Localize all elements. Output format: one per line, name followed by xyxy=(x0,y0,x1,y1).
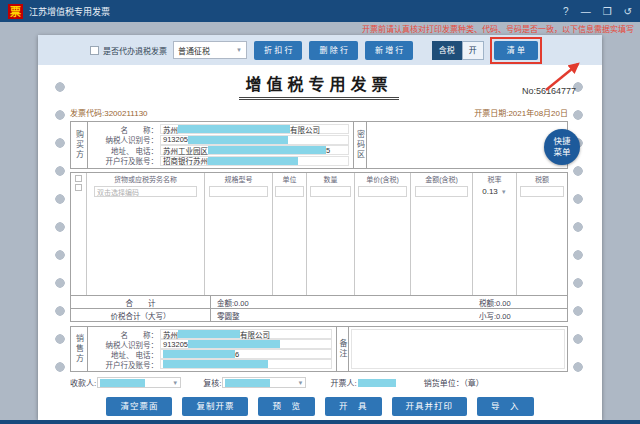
main-panel: 是否代办退税发票 普通征税 ▼ 折 扣 行 删 除 行 新 增 行 含税 开 清… xyxy=(38,35,602,420)
title-bar: 票 江苏增值税专用发票 ? — ❐ ↺ xyxy=(0,0,640,22)
redacted-value xyxy=(163,350,235,358)
column-header: 规格型号 xyxy=(225,173,253,185)
redacted-value xyxy=(208,146,326,154)
invoice-number: No:56164777 xyxy=(522,86,576,96)
action-bar: 清空票面 复制开票 预 览 开 具 开具并打印 导 入 xyxy=(38,393,602,420)
tax-included-label: 含税 xyxy=(432,41,462,60)
seller-taxid-field[interactable]: 913205 xyxy=(160,339,332,349)
seller-taxid-prefix: 913205 xyxy=(163,340,188,349)
refund-checkbox-label: 是否代办退税发票 xyxy=(103,45,167,56)
seller-address-suffix: 6 xyxy=(235,350,239,359)
issue-button[interactable]: 开 具 xyxy=(325,397,382,416)
issue-and-print-button[interactable]: 开具并打印 xyxy=(392,397,468,416)
buyer-name-prefix: 苏州 xyxy=(163,124,178,135)
payee-select[interactable]: ▼ xyxy=(97,377,181,388)
buyer-bank-field[interactable]: 招商银行苏州 xyxy=(160,156,349,166)
tax-included-state: 开 xyxy=(462,41,484,60)
buyer-address-field[interactable]: 苏州工业园区 5 xyxy=(160,145,349,155)
item-name-input[interactable]: 双击选择编码 xyxy=(94,186,197,197)
grand-total-label: 价税合计（大写） xyxy=(71,309,211,321)
buyer-address-label: 地址、 电话： xyxy=(92,145,158,156)
tractor-holes-right xyxy=(572,79,584,389)
clear-invoice-button[interactable]: 清空票面 xyxy=(106,397,172,416)
buyer-name-field[interactable]: 苏州 有限公司 xyxy=(160,124,349,134)
redacted-value xyxy=(208,157,298,165)
refund-checkbox[interactable] xyxy=(90,46,99,55)
row-checkbox[interactable] xyxy=(75,184,82,191)
discount-row-button[interactable]: 折 扣 行 xyxy=(254,41,302,60)
column-header: 货物或应税劳务名称 xyxy=(114,173,177,185)
help-icon[interactable]: ? xyxy=(563,6,569,17)
buyer-taxid-prefix: 913205 xyxy=(163,135,188,144)
buyer-section: 购买方 名 称： 苏州 有限公司 纳税人识别号： 913205 xyxy=(70,121,568,169)
buyer-bank-label: 开户行及账号： xyxy=(92,155,158,166)
remark-box[interactable] xyxy=(351,329,565,369)
seller-name-suffix: 有限公司 xyxy=(240,329,270,340)
app-logo-icon: 票 xyxy=(8,4,23,19)
column-header: 单价(含税) xyxy=(366,173,399,185)
issuer-label: 开票人: xyxy=(330,377,356,388)
totals-tax: 税额:0.00 xyxy=(479,297,567,308)
item-amount-input[interactable] xyxy=(415,186,469,197)
totals-amount: 金额:0.00 xyxy=(211,297,479,308)
item-spec-input[interactable] xyxy=(209,186,268,197)
buyer-name-label: 名 称： xyxy=(92,124,158,135)
chevron-down-icon: ▼ xyxy=(501,189,507,195)
buyer-section-label: 购买方 xyxy=(71,122,88,168)
chevron-down-icon: ▼ xyxy=(236,47,242,53)
app-window: 票 江苏增值税专用发票 ? — ❐ ↺ 开票前请认真核对打印发票种类、代码、号码… xyxy=(0,0,640,424)
invoice-paper: 增值税专用发票 No:56164777 发票代码:3200211130 开票日期… xyxy=(38,65,602,393)
quick-menu-button[interactable]: 快捷菜单 xyxy=(544,129,580,165)
list-button[interactable]: 清 单 xyxy=(494,41,538,60)
preview-button[interactable]: 预 览 xyxy=(258,397,315,416)
column-header: 数量 xyxy=(324,173,338,185)
minimize-icon[interactable]: — xyxy=(581,6,591,17)
item-price-input[interactable] xyxy=(358,186,406,197)
column-header: 税率 xyxy=(488,173,502,185)
seller-name-field[interactable]: 苏州 有限公司 xyxy=(160,329,332,339)
buyer-taxid-field[interactable]: 913205 xyxy=(160,135,349,145)
tax-rate-value: 0.13 xyxy=(482,187,498,196)
buyer-name-suffix: 有限公司 xyxy=(290,124,320,135)
reviewer-select[interactable]: ▼ xyxy=(222,377,306,388)
grand-total-number: 小写:0.00 xyxy=(479,310,567,321)
reviewer-label: 复核: xyxy=(203,377,221,388)
item-qty-input[interactable] xyxy=(310,186,351,197)
warning-notice: 开票前请认真核对打印发票种类、代码、号码是否一致，以下信息需据实填写 xyxy=(0,22,640,35)
item-unit-input[interactable] xyxy=(275,186,304,197)
import-button[interactable]: 导 入 xyxy=(477,397,534,416)
totals-label: 合 计 xyxy=(71,296,211,308)
back-icon[interactable]: ↺ xyxy=(624,6,632,17)
redacted-value xyxy=(163,360,268,368)
delete-row-button[interactable]: 删 除 行 xyxy=(309,41,357,60)
tax-mode-value: 普通征税 xyxy=(178,45,210,56)
item-tax-input[interactable] xyxy=(520,186,564,197)
password-area-label: 密码区 xyxy=(353,122,367,168)
toolbar: 是否代办退税发票 普通征税 ▼ 折 扣 行 删 除 行 新 增 行 含税 开 清… xyxy=(38,35,602,65)
seller-name-prefix: 苏州 xyxy=(163,329,178,340)
grand-total-chinese: 零圆整 xyxy=(211,310,479,321)
add-row-button[interactable]: 新 增 行 xyxy=(365,41,413,60)
redacted-value xyxy=(100,379,145,387)
column-header: 单位 xyxy=(283,173,297,185)
remark-label: 备注 xyxy=(336,327,349,371)
tax-included-toggle[interactable]: 含税 开 xyxy=(432,41,484,60)
buyer-address-suffix: 5 xyxy=(326,146,330,155)
tax-mode-select[interactable]: 普通征税 ▼ xyxy=(173,41,247,59)
buyer-address-prefix: 苏州工业园区 xyxy=(163,145,208,156)
select-all-checkbox[interactable] xyxy=(75,175,82,182)
window-title: 江苏增值税专用发票 xyxy=(29,5,110,18)
maximize-icon[interactable]: ❐ xyxy=(603,6,612,17)
tax-rate-select[interactable]: 0.13 ▼ xyxy=(482,187,507,196)
seller-bank-field[interactable] xyxy=(160,359,332,369)
seller-address-field[interactable]: 6 xyxy=(160,349,332,359)
redacted-value xyxy=(178,330,240,338)
copy-invoice-button[interactable]: 复制开票 xyxy=(182,397,248,416)
redacted-value xyxy=(188,340,280,348)
tractor-holes-left xyxy=(54,79,66,389)
seller-unit-stamp-label: 销货单位：（章） xyxy=(424,377,484,388)
redacted-value xyxy=(225,379,270,387)
invoice-date: 开票日期:2021年08月20日 xyxy=(474,107,568,118)
chevron-down-icon: ▼ xyxy=(172,380,178,386)
column-header: 税额 xyxy=(535,173,549,185)
